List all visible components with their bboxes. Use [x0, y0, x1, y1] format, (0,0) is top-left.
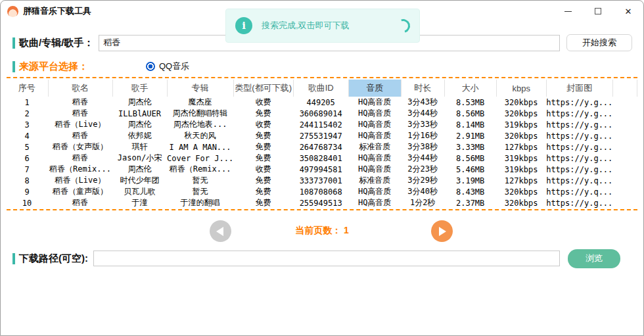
- table-cell: 9: [6, 186, 48, 197]
- table-cell: 时代少年团: [112, 175, 167, 186]
- start-search-button[interactable]: 开始搜索: [566, 34, 632, 51]
- table-cell: 244115402: [293, 119, 348, 130]
- window-controls: ✕: [553, 1, 643, 22]
- table-cell-filler: [612, 141, 637, 153]
- table-cell: 1: [6, 97, 48, 108]
- table-cell: 10: [6, 197, 48, 208]
- table-cell: 于潼的翻唱: [167, 197, 233, 208]
- table-cell: 3.19MB: [444, 175, 496, 186]
- table-cell: 收费: [233, 97, 293, 108]
- table-cell: HQ高音质: [348, 108, 401, 119]
- next-arrow-icon: [439, 227, 446, 236]
- table-cell: 3.33MB: [444, 141, 496, 153]
- table-cell: HQ高音质: [348, 97, 401, 108]
- table-cell: 320kbps: [496, 108, 546, 119]
- table-cell: https://y.g...: [546, 141, 612, 153]
- table-cell: HQ高音质: [348, 164, 401, 175]
- table-row[interactable]: 4稻香依邦妮秋天的风免费275531947HQ高音质1分16秒2.91MB320…: [6, 130, 637, 141]
- table-row[interactable]: 5稻香（女声版）琪轩I AM A MAN...免费264768734标准音质3分…: [6, 141, 637, 153]
- app-window: 胖猫音乐下载工具 ✕ 歌曲/专辑/歌手： 开始搜索 来源平台选择： QQ音乐 序…: [0, 0, 644, 336]
- table-cell: https://y.g...: [546, 130, 612, 141]
- close-icon: ✕: [625, 7, 632, 16]
- column-header[interactable]: 类型(都可下载): [233, 80, 293, 97]
- download-row: 下载路径(可空): 浏览: [12, 249, 620, 268]
- table-cell-filler: [612, 153, 637, 164]
- minimize-button[interactable]: [553, 1, 583, 22]
- table-cell: https://y.q...: [546, 186, 612, 197]
- table-row[interactable]: 9稻香（童声版）贝瓦儿歌暂无免费108708068HQ高音质3分40秒8.43M…: [6, 186, 637, 197]
- table-cell: 8: [6, 175, 48, 186]
- table-row[interactable]: 7稻香（Remix...周杰伦稻香（Remix...收费497994581HQ高…: [6, 164, 637, 175]
- table-cell: 免费: [233, 130, 293, 141]
- table-cell: 264768734: [293, 141, 348, 153]
- table-cell: 稻香: [48, 97, 112, 108]
- table-row[interactable]: 6稻香Jason/小宋Cover For J...免费350828401HQ高音…: [6, 153, 637, 164]
- results-table: 序号歌名歌手专辑类型(都可下载)歌曲ID音质时长大小kbps封面图 1稻香周杰伦…: [6, 80, 637, 208]
- table-cell: 319kbps: [496, 119, 546, 130]
- table-cell: https://y.q...: [546, 175, 612, 186]
- download-path-input[interactable]: [93, 251, 560, 266]
- table-cell: HQ高音质: [348, 153, 401, 164]
- pagination: 当前页数： 1: [1, 219, 643, 245]
- table-row[interactable]: 8稻香（Live）时代少年团暂无免费333737001标准音质3分29秒3.19…: [6, 175, 637, 186]
- table-cell: 琪轩: [112, 141, 167, 153]
- table-cell: 稻香: [48, 108, 112, 119]
- table-cell: 稻香（Remix...: [48, 164, 112, 175]
- table-cell: 2.37MB: [444, 197, 496, 208]
- column-header[interactable]: 大小: [444, 80, 496, 97]
- table-cell: 360689014: [293, 108, 348, 119]
- close-button[interactable]: ✕: [613, 1, 643, 22]
- table-cell: 贝瓦儿歌: [112, 186, 167, 197]
- table-cell: 免费: [233, 186, 293, 197]
- table-cell: 免费: [233, 141, 293, 153]
- column-header[interactable]: 专辑: [167, 80, 233, 97]
- table-cell-filler: [612, 119, 637, 130]
- radio-selected-icon[interactable]: [146, 62, 155, 71]
- table-cell-filler: [612, 164, 637, 175]
- column-header[interactable]: 序号: [6, 80, 48, 97]
- column-header[interactable]: 歌曲ID: [293, 80, 348, 97]
- column-header[interactable]: 封面图: [546, 80, 612, 97]
- table-cell: 免费: [233, 153, 293, 164]
- column-header[interactable]: 音质: [348, 80, 401, 97]
- current-page-number: 1: [344, 225, 349, 235]
- table-cell: 127kbps: [496, 141, 546, 153]
- table-cell: 8.14MB: [444, 119, 496, 130]
- table-cell: 8.53MB: [444, 97, 496, 108]
- table-cell: 稻香（Live）: [48, 119, 112, 130]
- table-cell: 8.56MB: [444, 153, 496, 164]
- table-cell-filler: [612, 108, 637, 119]
- table-cell: 319kbps: [496, 153, 546, 164]
- table-row[interactable]: 3稻香（Live）周杰伦周杰伦地表...收费244115402HQ高音质3分33…: [6, 119, 637, 130]
- minimize-icon: [564, 11, 572, 12]
- accent-bar: [12, 37, 15, 49]
- table-row[interactable]: 10稻香于潼于潼的翻唱免费255949513HQ高音质1分2秒2.37MB320…: [6, 197, 637, 208]
- platform-option-label: QQ音乐: [159, 60, 189, 72]
- table-cell: https://y.g...: [546, 119, 612, 130]
- table-cell: 标准音质: [348, 141, 401, 153]
- table-cell: 3分44秒: [401, 153, 444, 164]
- platform-option-qq[interactable]: QQ音乐: [146, 60, 189, 72]
- info-icon: i: [235, 17, 252, 34]
- table-cell: 2分23秒: [401, 164, 444, 175]
- table-cell: 免费: [233, 108, 293, 119]
- table-cell: 稻香（Live）: [48, 175, 112, 186]
- table-cell: 7: [6, 164, 48, 175]
- table-cell: 449205: [293, 97, 348, 108]
- maximize-button[interactable]: [583, 1, 613, 22]
- column-header[interactable]: 歌名: [48, 80, 112, 97]
- app-icon: [7, 6, 18, 17]
- current-page-label: 当前页数： 1: [1, 225, 643, 237]
- table-row[interactable]: 2稻香ILLBlAUER周杰伦翻唱特辑免费360689014HQ高音质3分44秒…: [6, 108, 637, 119]
- table-cell: 1分16秒: [401, 130, 444, 141]
- next-page-button[interactable]: [431, 220, 453, 242]
- results-table-area: 序号歌名歌手专辑类型(都可下载)歌曲ID音质时长大小kbps封面图 1稻香周杰伦…: [6, 80, 637, 208]
- column-header[interactable]: 歌手: [112, 80, 167, 97]
- browse-button[interactable]: 浏览: [568, 249, 620, 268]
- table-row[interactable]: 1稻香周杰伦魔杰座收费449205HQ高音质3分43秒8.53MB320kbps…: [6, 97, 637, 108]
- table-cell: 320kbps: [496, 97, 546, 108]
- column-header[interactable]: kbps: [496, 80, 546, 97]
- column-header[interactable]: 时长: [401, 80, 444, 97]
- table-cell: 稻香（Remix...: [167, 164, 233, 175]
- table-cell: 收费: [233, 119, 293, 130]
